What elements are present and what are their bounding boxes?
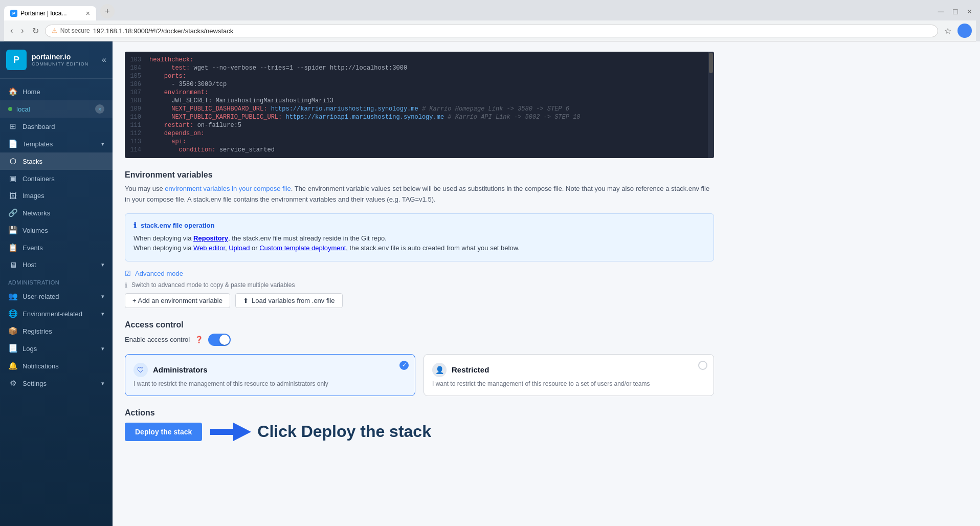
line-number: 107 [125, 89, 149, 96]
line-content: healthcheck: [149, 56, 708, 63]
sidebar-item-registries[interactable]: 📦 Registries [0, 322, 113, 340]
access-control-toggle[interactable] [208, 334, 231, 346]
admin-card[interactable]: 🛡 Administrators I want to restrict the … [125, 354, 415, 396]
restricted-card-title: Restricted [452, 365, 489, 374]
line-content: - 3580:3000/tcp [149, 81, 708, 88]
security-icon: ⚠ [52, 27, 57, 34]
access-control-section: Access control Enable access control ❓ 🛡… [125, 320, 714, 396]
sidebar-item-dashboard[interactable]: ⊞ Dashboard [0, 118, 113, 135]
stacks-icon: ⬡ [8, 157, 17, 166]
content-area: 103 healthcheck: 104 test: wget --no-ver… [113, 41, 726, 465]
sidebar-item-containers[interactable]: ▣ Containers [0, 170, 113, 187]
sidebar-notifications-label: Notifications [23, 362, 59, 370]
sidebar-dashboard-label: Dashboard [23, 123, 55, 130]
browser-toolbar: ‹ › ↻ ⚠ Not secure 192.168.1.18:9000/#!/… [4, 20, 976, 41]
code-lines: 103 healthcheck: 104 test: wget --no-ver… [125, 52, 708, 158]
tab-favicon: P [10, 10, 17, 17]
load-env-btn[interactable]: ⬆ Load variables from .env file [235, 293, 343, 308]
sidebar-item-environment-related[interactable]: 🌐 Environment-related ▾ [0, 305, 113, 322]
deploy-stack-btn[interactable]: Deploy the stack [125, 423, 202, 441]
admin-card-header: 🛡 Administrators [133, 363, 407, 377]
browser-tab-active[interactable]: P Portainer | loca... × [4, 6, 96, 20]
sidebar-nav: 🏠 Home local × ⊞ Dashboard 📄 Templates ▾… [0, 79, 113, 526]
add-env-var-btn[interactable]: + Add an environment variable [125, 293, 230, 308]
code-line-114: 114 condition: service_started [125, 146, 708, 154]
code-line-112: 112 depends_on: [125, 129, 708, 138]
user-avatar[interactable] [957, 24, 972, 38]
custom-template-link[interactable]: Custom template deployment [259, 244, 346, 252]
stackenv-info-box: ℹ stack.env file operation When deployin… [125, 213, 714, 261]
toggle-label: Enable access control [125, 336, 190, 343]
environment-related-icon: 🌐 [8, 309, 17, 318]
environment-chevron-icon: ▾ [101, 311, 104, 317]
settings-chevron-icon: ▾ [101, 380, 104, 387]
sidebar-stacks-label: Stacks [23, 158, 42, 165]
code-line-105: 105 ports: [125, 72, 708, 80]
minimize-btn[interactable]: ─ [934, 5, 948, 18]
sidebar-collapse-btn[interactable]: « [102, 55, 106, 64]
endpoint-close-btn[interactable]: × [95, 104, 104, 114]
actions-section: Actions Deploy the stack Click Deploy th… [125, 408, 714, 442]
reload-btn[interactable]: ↻ [30, 24, 41, 38]
back-btn[interactable]: ‹ [8, 24, 15, 37]
sidebar-item-networks[interactable]: 🔗 Networks [0, 204, 113, 222]
code-line-110: 110 NEXT_PUBLIC_KARRIO_PUBLIC_URL: https… [125, 113, 708, 121]
code-line-113: 113 api: [125, 138, 708, 146]
sidebar-item-settings[interactable]: ⚙ Settings ▾ [0, 375, 113, 392]
sidebar-item-notifications[interactable]: 🔔 Notifications [0, 357, 113, 375]
tab-close-btn[interactable]: × [86, 9, 90, 17]
sidebar-item-images[interactable]: 🖼 Images [0, 187, 113, 204]
advanced-hint-icon: ℹ [125, 281, 127, 289]
sidebar-endpoint[interactable]: local × [0, 100, 113, 118]
advanced-mode-link[interactable]: Advanced mode [135, 270, 183, 277]
env-link[interactable]: environment variables in your compose fi… [165, 185, 291, 192]
arrow-annotation: Click Deploy the stack [210, 422, 431, 442]
env-variables-section: Environment variables You may use enviro… [125, 170, 714, 308]
sidebar-item-logs[interactable]: 📃 Logs ▾ [0, 340, 113, 357]
toggle-knob [219, 335, 230, 345]
address-bar[interactable]: ⚠ Not secure 192.168.1.18:9000/#!/2/dock… [45, 25, 938, 37]
sidebar-item-host[interactable]: 🖥 Host ▾ [0, 256, 113, 273]
deploy-row: Deploy the stack Click Deploy the stack [125, 422, 714, 442]
registries-icon: 📦 [8, 326, 17, 336]
sidebar-logo: P portainer.io COMMUNITY EDITION « [0, 41, 113, 79]
code-line-111: 111 restart: on-failure:5 [125, 121, 708, 129]
browser-chrome: P Portainer | loca... × + ─ □ × ‹ › ↻ ⚠ … [0, 0, 980, 41]
sidebar-item-user-related[interactable]: 👥 User-related ▾ [0, 288, 113, 305]
upload-link[interactable]: Upload [229, 244, 250, 252]
restricted-card[interactable]: 👤 Restricted I want to restrict the mana… [424, 354, 714, 396]
forward-btn[interactable]: › [19, 24, 26, 37]
scroll-thumb[interactable] [709, 53, 713, 73]
code-editor[interactable]: 103 healthcheck: 104 test: wget --no-ver… [125, 52, 714, 158]
code-line-109: 109 NEXT_PUBLIC_DASHBOARD_URL: https://k… [125, 105, 708, 113]
close-btn[interactable]: × [963, 5, 976, 18]
sidebar-item-templates[interactable]: 📄 Templates ▾ [0, 135, 113, 152]
access-control-title: Access control [125, 320, 714, 330]
bookmark-btn[interactable]: ☆ [942, 24, 953, 38]
repo-link[interactable]: Repository [193, 234, 228, 242]
toggle-help-icon[interactable]: ❓ [195, 336, 203, 343]
code-line-106: 106 - 3580:3000/tcp [125, 80, 708, 89]
advanced-mode-checkbox-icon: ☑ [125, 270, 131, 277]
sidebar-images-label: Images [23, 192, 44, 200]
sidebar-item-stacks[interactable]: ⬡ Stacks [0, 152, 113, 170]
sidebar-registries-label: Registries [23, 327, 52, 335]
sidebar: P portainer.io COMMUNITY EDITION « 🏠 Hom… [0, 41, 113, 526]
web-editor-link[interactable]: Web editor [193, 244, 225, 252]
line-number: 112 [125, 130, 149, 137]
code-line-103: 103 healthcheck: [125, 56, 708, 64]
code-scrollbar[interactable] [708, 52, 714, 158]
advanced-hint-text: Switch to advanced mode to copy & paste … [131, 281, 295, 289]
home-icon: 🏠 [8, 87, 17, 96]
load-env-btn-label: Load variables from .env file [252, 297, 335, 304]
sidebar-host-label: Host [23, 261, 36, 269]
line-number: 108 [125, 97, 149, 104]
sidebar-item-home[interactable]: 🏠 Home [0, 83, 113, 100]
env-section-title: Environment variables [125, 170, 714, 180]
restore-btn[interactable]: □ [949, 5, 962, 18]
sidebar-item-events[interactable]: 📋 Events [0, 239, 113, 256]
logo-edition: COMMUNITY EDITION [32, 61, 88, 68]
sidebar-item-volumes[interactable]: 💾 Volumes [0, 222, 113, 239]
advanced-mode-row: ☑ Advanced mode [125, 270, 714, 277]
new-tab-btn[interactable]: + [100, 4, 115, 18]
